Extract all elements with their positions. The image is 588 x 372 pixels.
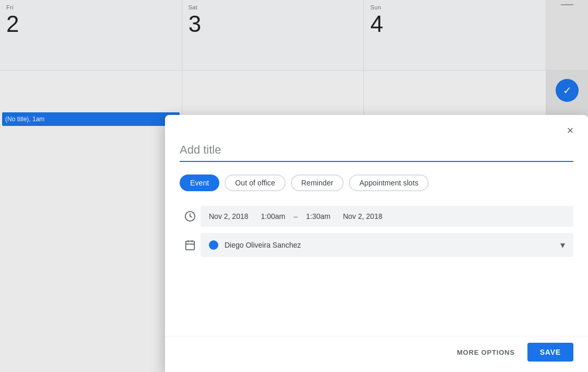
- end-date: Nov 2, 2018: [343, 212, 383, 220]
- close-button[interactable]: ×: [561, 121, 580, 140]
- close-icon: ×: [567, 124, 574, 137]
- modal-footer: MORE OPTIONS SAVE: [165, 336, 588, 372]
- title-input[interactable]: [180, 140, 573, 162]
- event-type-label-reminder: Reminder: [301, 179, 334, 187]
- start-time: 1:00am: [261, 212, 286, 220]
- modal-header: ×: [165, 115, 588, 140]
- calendar-content[interactable]: Diego Oliveira Sanchez ▾: [201, 233, 573, 257]
- modal-body: Event Out of office Reminder Appointment…: [165, 140, 588, 336]
- event-type-button-reminder[interactable]: Reminder: [291, 175, 344, 191]
- start-date: Nov 2, 2018: [209, 212, 249, 220]
- calendar-row: Diego Oliveira Sanchez ▾: [180, 233, 573, 257]
- event-type-label-out-of-office: Out of office: [235, 179, 275, 187]
- more-options-label: MORE OPTIONS: [457, 348, 515, 356]
- save-label: SAVE: [540, 348, 561, 356]
- calendar-dropdown-icon: ▾: [560, 239, 565, 251]
- save-button[interactable]: SAVE: [527, 343, 573, 362]
- event-type-label-appointment-slots: Appointment slots: [359, 179, 418, 187]
- end-time: 1:30am: [306, 212, 331, 220]
- event-type-selector: Event Out of office Reminder Appointment…: [180, 175, 573, 191]
- calendar-icon: [180, 235, 201, 255]
- datetime-row: Nov 2, 2018 1:00am – 1:30am Nov 2, 2018: [180, 206, 573, 227]
- event-type-label-event: Event: [190, 179, 209, 187]
- new-event-modal: × Event Out of office Reminder Appointme…: [165, 115, 588, 372]
- calendar-color-dot: [209, 240, 218, 250]
- time-separator: –: [293, 212, 298, 220]
- event-type-button-appointment-slots[interactable]: Appointment slots: [349, 175, 429, 191]
- calendar-selector[interactable]: Diego Oliveira Sanchez ▾: [209, 239, 565, 251]
- event-type-button-out-of-office[interactable]: Out of office: [225, 175, 286, 191]
- more-options-button[interactable]: MORE OPTIONS: [449, 343, 523, 362]
- datetime-content[interactable]: Nov 2, 2018 1:00am – 1:30am Nov 2, 2018: [201, 206, 573, 227]
- calendar-name: Diego Oliveira Sanchez: [225, 241, 554, 249]
- svg-rect-1: [186, 241, 195, 250]
- event-type-button-event[interactable]: Event: [180, 175, 219, 191]
- clock-icon: [180, 206, 201, 227]
